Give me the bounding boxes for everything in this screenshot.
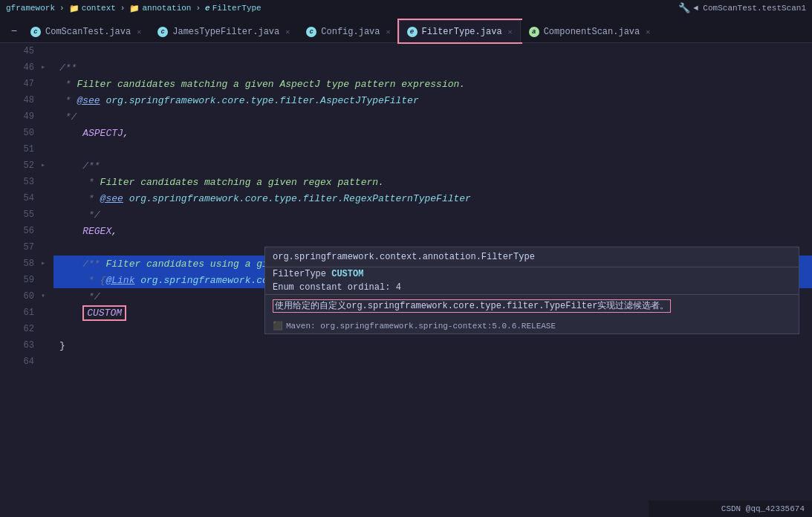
tab-label-config: Config.java [321,27,380,37]
editor-main: 45 46 47 48 49 50 51 52 53 54 55 56 57 5… [0,43,812,517]
tooltip-desc-text: 使用给定的自定义org.springframework.core.type.fi… [273,299,791,313]
breadcrumb-sep1: › [59,4,65,13]
code-line-45 [53,43,812,59]
ln-48: 48 [3,92,37,108]
ln-45: 45 [3,43,37,59]
tab-label-filtertype: FilterType.java [422,27,502,37]
tooltip-source-label: Maven: org.springframework.spring-contex… [286,322,556,331]
tooltip-desc-highlighted: 使用给定的自定义org.springframework.core.type.fi… [273,299,671,313]
ln-63: 63 [3,337,37,354]
tab-close-james[interactable]: ✕ [285,27,290,36]
fold-58[interactable]: ▸ [37,256,49,272]
tab-comscantest[interactable]: c ComScanTest.java ✕ [22,20,149,42]
ln-58: 58 [3,256,37,272]
ln-55: 55 [3,207,37,223]
tooltip-description: 使用给定的自定义org.springframework.core.type.fi… [265,294,799,318]
tab-filtertype[interactable]: e FilterType.java ✕ [399,20,521,42]
ln-47: 47 [3,76,37,92]
ln-51: 51 [3,141,37,157]
code-line-64 [53,354,812,370]
tab-icon-filtertype: e [407,27,418,37]
line-gutter: 45 46 47 48 49 50 51 52 53 54 55 56 57 5… [3,43,37,517]
tab-bar: − c ComScanTest.java ✕ c JamesTypeFilter… [0,16,812,43]
ln-54: 54 [3,190,37,207]
code-line-47: * Filter candidates matching a given Asp… [53,76,812,92]
breadcrumb-file: e FilterType [205,4,262,13]
code-line-50: ASPECTJ, [53,125,812,141]
breadcrumb-folder2: 📁 annotation [129,4,191,13]
title-bar: gframework › 📁 context › 📁 annotation › … [0,0,812,16]
tooltip-row2: Enum constant ordinal: 4 [265,281,799,294]
tab-icon-componentscan: a [529,27,539,37]
tab-componentscan[interactable]: a ComponentScan.java ✕ [521,20,659,42]
fold-gutter: ▸ ▸ ▸ ▾ [37,43,49,517]
code-line-63: } [53,337,812,354]
ln-49: 49 [3,108,37,125]
status-text: CSDN @qq_42335674 [721,504,805,513]
code-line-55: */ [53,207,812,223]
tab-icon-comscan: c [30,27,41,37]
breadcrumb-sep2: › [120,4,126,13]
ln-56: 56 [3,223,37,239]
ln-62: 62 [3,321,37,337]
custom-enum-value: CUSTOM [82,305,126,321]
tooltip-header-text: org.springframework.context.annotation.F… [273,252,535,262]
tab-icon-james: c [157,27,168,37]
tooltip-custom-value: CUSTOM [331,269,363,279]
tab-label-comscan: ComScanTest.java [45,27,131,37]
tooltip-popup: org.springframework.context.annotation.F… [264,247,799,334]
tab-icon-config: c [306,27,316,37]
tab-close-filtertype[interactable]: ✕ [508,27,513,36]
top-right-label: ◄ ComScanTest.testScan1 [693,4,806,13]
fold-60[interactable]: ▾ [37,288,49,305]
tab-close-componentscan[interactable]: ✕ [646,27,650,36]
ln-64: 64 [3,354,37,370]
fold-52[interactable]: ▸ [37,157,49,174]
tooltip-header: org.springframework.context.annotation.F… [265,247,799,267]
tab-jamestypefilter[interactable]: c JamesTypeFilter.java ✕ [149,20,298,42]
tab-close-comscan[interactable]: ✕ [137,27,141,36]
code-line-53: * Filter candidates matching a given reg… [53,174,812,190]
wrench-icon[interactable]: 🔧 [678,2,690,14]
maven-icon: ⬛ [273,321,283,331]
collapse-button[interactable]: − [6,20,22,42]
tooltip-source: ⬛ Maven: org.springframework.spring-cont… [265,318,799,334]
code-line-49: */ [53,108,812,125]
fold-46[interactable]: ▸ [37,59,49,76]
tab-label-componentscan: ComponentScan.java [544,27,640,37]
tab-config[interactable]: c Config.java ✕ [298,20,398,42]
code-line-54: * @see org.springframework.core.type.fil… [53,190,812,207]
ln-61: 61 [3,305,37,321]
tab-close-config[interactable]: ✕ [386,27,391,36]
ln-52: 52 [3,157,37,174]
code-line-51 [53,141,812,157]
ln-59: 59 [3,272,37,288]
tooltip-ordinal: Enum constant ordinal: 4 [273,282,401,293]
tab-label-james: JamesTypeFilter.java [172,27,279,37]
ln-46: 46 [3,59,37,76]
breadcrumb-part1: gframework [6,4,55,13]
status-bar: CSDN @qq_42335674 [649,501,812,517]
code-line-48: * @see org.springframework.core.type.fil… [53,92,812,108]
ln-50: 50 [3,125,37,141]
ln-53: 53 [3,174,37,190]
ln-60: 60 [3,288,37,305]
breadcrumb-folder1: 📁 context [69,4,116,13]
ln-57: 57 [3,239,37,256]
code-line-52: /** [53,157,812,174]
code-line-46: /** [53,59,812,76]
code-line-56: REGEX, [53,223,812,239]
tooltip-row1: FilterType CUSTOM [265,267,799,281]
breadcrumb-sep3: › [195,4,201,13]
tooltip-filtertype-label: FilterType [273,269,331,279]
